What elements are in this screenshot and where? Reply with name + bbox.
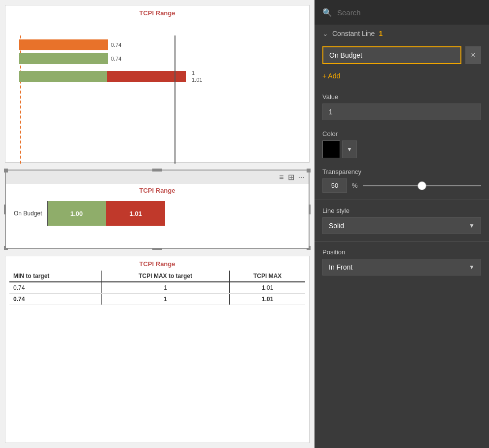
chart2: TCPI Range On Budget 1.00 1.01 [6,184,309,248]
color-swatch[interactable] [322,140,340,158]
bar-orange [19,39,108,50]
transparency-slider[interactable] [363,185,481,186]
chart3-title: TCPI Range [9,260,305,268]
chevron-down-icon: ▼ [469,222,475,229]
constant-line-name-input[interactable] [322,46,461,64]
transparency-value: 50 [322,178,347,193]
position-dropdown[interactable]: In Front ▼ [322,259,481,276]
data-table: MIN to target TCPI MAX to target TCPI MA… [9,271,305,305]
clear-button[interactable]: × [465,46,481,64]
col-header-3: TCPI MAX [230,271,305,282]
slider-container [363,185,481,186]
vertical-line-chart2 [47,201,48,226]
color-section: Color ▼ [314,125,489,163]
table-header-row: MIN to target TCPI MAX to target TCPI MA… [9,271,305,282]
chart1-title: TCPI Range [9,9,305,17]
search-bar: 🔍 [314,0,489,25]
add-button[interactable]: + Add [322,72,340,80]
col-header-1: MIN to target [9,271,101,282]
chart3: TCPI Range MIN to target TCPI MAX to tar… [5,256,310,443]
position-label: Position [322,248,481,256]
chart2-wrapper: ≡ ⊞ ··· TCPI Range On Budget 1.00 1.01 [5,170,310,249]
color-dropdown-button[interactable]: ▼ [342,140,357,158]
divider-3 [314,241,489,241]
value-input[interactable] [322,103,481,120]
row2-c2: 1 [101,294,230,305]
table-row: 0.74 1 1.01 [9,294,305,305]
line-style-section: Line style Solid ▼ [314,202,489,239]
row1-c1: 0.74 [9,282,101,294]
color-label: Color [322,130,481,138]
line-style-dropdown[interactable]: Solid ▼ [322,217,481,234]
bar-label-4: 1.01 [192,77,202,83]
vertical-line-chart1 [175,35,175,164]
divider-2 [314,200,489,200]
search-input[interactable] [337,8,481,17]
position-section: Position In Front ▼ [314,243,489,280]
bar-row-1: 0.74 [19,39,305,50]
chart2-toolbar: ≡ ⊞ ··· [6,171,309,184]
bar-olive [19,53,108,64]
bar2-group: 1.00 1.01 [47,201,165,226]
color-row: ▼ [322,140,481,158]
table-container: MIN to target TCPI MAX to target TCPI MA… [9,271,305,305]
row2-c3: 1.01 [230,294,305,305]
bar-row-3: 1 1.01 [19,70,305,83]
bar2-olive: 1.00 [47,201,106,226]
more-icon[interactable]: ··· [298,173,305,182]
corner-handle-tr[interactable] [307,169,311,172]
chevron-down-icon[interactable]: ⌄ [322,30,328,37]
line-style-value: Solid [329,222,344,230]
value-label: Value [322,93,481,101]
search-icon: 🔍 [322,8,332,17]
add-row: + Add [314,68,489,84]
transparency-label: Transparency [322,168,481,175]
bar-olive-combined [19,71,107,82]
bar-combined [19,71,186,82]
bar-label-2: 0.74 [111,56,121,62]
row1-c2: 1 [101,282,230,294]
right-panel: 🔍 ⌄ Constant Line 1 × + Add Value Color … [314,0,489,448]
col-header-2: TCPI MAX to target [101,271,230,282]
row1-c3: 1.01 [230,282,305,294]
pct-label: % [352,182,358,189]
bar2-red: 1.01 [106,201,165,226]
divider-1 [314,86,489,86]
transparency-row: 50 % [322,178,481,193]
line-style-label: Line style [322,207,481,214]
section-title: Constant Line [332,30,375,37]
chevron-down-icon: ▼ [469,264,475,271]
bar-label-1: 0.74 [111,42,121,48]
row2-c1: 0.74 [9,294,101,305]
section-header: ⌄ Constant Line 1 [314,25,489,42]
bar-red-combined [107,71,186,82]
position-value: In Front [329,263,352,271]
section-badge: 1 [379,30,383,37]
chart2-title: TCPI Range [11,187,304,194]
bars-area: 0.74 0.74 1 1.01 [19,35,305,90]
chart2-on-budget-label: On Budget [14,210,42,217]
chart1: TCPI Range On Budget 0.74 0.74 [5,5,310,163]
left-panel: TCPI Range On Budget 0.74 0.74 [0,0,314,448]
bar-label-3: 1 [192,70,202,76]
drag-icon[interactable]: ≡ [279,173,283,182]
corner-handle-tl[interactable] [4,169,8,172]
value-section: Value [314,88,489,125]
table-row: 0.74 1 1.01 [9,282,305,294]
expand-icon[interactable]: ⊞ [288,172,294,182]
transparency-section: Transparency 50 % [314,163,489,198]
name-row: × [314,42,489,68]
resize-handle-top[interactable] [152,169,162,172]
chart2-inner: On Budget 1.00 1.01 [11,197,304,230]
bar-row-2: 0.74 [19,53,305,64]
